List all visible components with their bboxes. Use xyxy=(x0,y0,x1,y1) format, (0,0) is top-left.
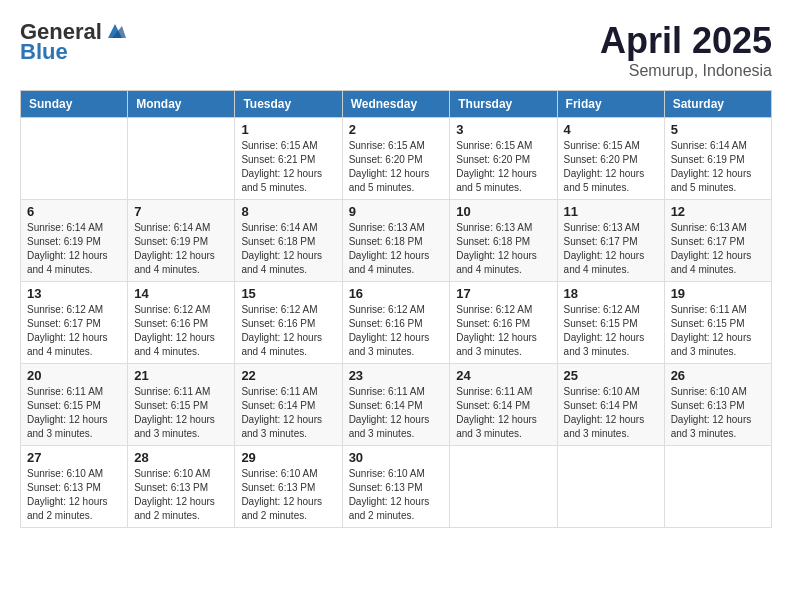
day-number: 23 xyxy=(349,368,444,383)
day-number: 1 xyxy=(241,122,335,137)
calendar-cell xyxy=(21,118,128,200)
calendar-cell xyxy=(664,446,771,528)
day-info: Sunrise: 6:10 AM Sunset: 6:14 PM Dayligh… xyxy=(564,385,658,441)
day-info: Sunrise: 6:10 AM Sunset: 6:13 PM Dayligh… xyxy=(27,467,121,523)
day-number: 30 xyxy=(349,450,444,465)
day-number: 4 xyxy=(564,122,658,137)
day-number: 12 xyxy=(671,204,765,219)
calendar-week-1: 1Sunrise: 6:15 AM Sunset: 6:21 PM Daylig… xyxy=(21,118,772,200)
day-info: Sunrise: 6:10 AM Sunset: 6:13 PM Dayligh… xyxy=(671,385,765,441)
calendar-cell xyxy=(128,118,235,200)
calendar-cell: 21Sunrise: 6:11 AM Sunset: 6:15 PM Dayli… xyxy=(128,364,235,446)
day-info: Sunrise: 6:14 AM Sunset: 6:19 PM Dayligh… xyxy=(27,221,121,277)
column-header-friday: Friday xyxy=(557,91,664,118)
logo: General Blue xyxy=(20,20,126,64)
day-number: 24 xyxy=(456,368,550,383)
column-header-saturday: Saturday xyxy=(664,91,771,118)
calendar-week-4: 20Sunrise: 6:11 AM Sunset: 6:15 PM Dayli… xyxy=(21,364,772,446)
calendar-cell: 25Sunrise: 6:10 AM Sunset: 6:14 PM Dayli… xyxy=(557,364,664,446)
calendar-cell: 23Sunrise: 6:11 AM Sunset: 6:14 PM Dayli… xyxy=(342,364,450,446)
calendar-cell: 15Sunrise: 6:12 AM Sunset: 6:16 PM Dayli… xyxy=(235,282,342,364)
column-header-sunday: Sunday xyxy=(21,91,128,118)
calendar-cell: 24Sunrise: 6:11 AM Sunset: 6:14 PM Dayli… xyxy=(450,364,557,446)
calendar-week-3: 13Sunrise: 6:12 AM Sunset: 6:17 PM Dayli… xyxy=(21,282,772,364)
day-number: 21 xyxy=(134,368,228,383)
day-number: 17 xyxy=(456,286,550,301)
calendar-cell: 28Sunrise: 6:10 AM Sunset: 6:13 PM Dayli… xyxy=(128,446,235,528)
day-info: Sunrise: 6:15 AM Sunset: 6:20 PM Dayligh… xyxy=(456,139,550,195)
day-number: 26 xyxy=(671,368,765,383)
calendar-week-2: 6Sunrise: 6:14 AM Sunset: 6:19 PM Daylig… xyxy=(21,200,772,282)
day-info: Sunrise: 6:14 AM Sunset: 6:19 PM Dayligh… xyxy=(671,139,765,195)
day-number: 6 xyxy=(27,204,121,219)
day-number: 29 xyxy=(241,450,335,465)
calendar-cell: 1Sunrise: 6:15 AM Sunset: 6:21 PM Daylig… xyxy=(235,118,342,200)
calendar-cell: 14Sunrise: 6:12 AM Sunset: 6:16 PM Dayli… xyxy=(128,282,235,364)
day-info: Sunrise: 6:11 AM Sunset: 6:15 PM Dayligh… xyxy=(134,385,228,441)
day-number: 18 xyxy=(564,286,658,301)
day-info: Sunrise: 6:10 AM Sunset: 6:13 PM Dayligh… xyxy=(134,467,228,523)
day-info: Sunrise: 6:11 AM Sunset: 6:14 PM Dayligh… xyxy=(241,385,335,441)
calendar-cell: 30Sunrise: 6:10 AM Sunset: 6:13 PM Dayli… xyxy=(342,446,450,528)
column-header-thursday: Thursday xyxy=(450,91,557,118)
day-number: 7 xyxy=(134,204,228,219)
day-number: 28 xyxy=(134,450,228,465)
day-number: 8 xyxy=(241,204,335,219)
day-info: Sunrise: 6:11 AM Sunset: 6:14 PM Dayligh… xyxy=(349,385,444,441)
day-number: 15 xyxy=(241,286,335,301)
day-info: Sunrise: 6:13 AM Sunset: 6:18 PM Dayligh… xyxy=(456,221,550,277)
location-title: Semurup, Indonesia xyxy=(600,62,772,80)
calendar-cell: 19Sunrise: 6:11 AM Sunset: 6:15 PM Dayli… xyxy=(664,282,771,364)
calendar-cell: 2Sunrise: 6:15 AM Sunset: 6:20 PM Daylig… xyxy=(342,118,450,200)
day-info: Sunrise: 6:14 AM Sunset: 6:18 PM Dayligh… xyxy=(241,221,335,277)
day-number: 9 xyxy=(349,204,444,219)
title-area: April 2025 Semurup, Indonesia xyxy=(600,20,772,80)
day-info: Sunrise: 6:10 AM Sunset: 6:13 PM Dayligh… xyxy=(349,467,444,523)
day-number: 25 xyxy=(564,368,658,383)
calendar-cell: 9Sunrise: 6:13 AM Sunset: 6:18 PM Daylig… xyxy=(342,200,450,282)
column-header-tuesday: Tuesday xyxy=(235,91,342,118)
day-number: 13 xyxy=(27,286,121,301)
day-number: 14 xyxy=(134,286,228,301)
column-header-monday: Monday xyxy=(128,91,235,118)
day-number: 19 xyxy=(671,286,765,301)
calendar-cell: 11Sunrise: 6:13 AM Sunset: 6:17 PM Dayli… xyxy=(557,200,664,282)
calendar-cell: 6Sunrise: 6:14 AM Sunset: 6:19 PM Daylig… xyxy=(21,200,128,282)
calendar-cell: 4Sunrise: 6:15 AM Sunset: 6:20 PM Daylig… xyxy=(557,118,664,200)
day-info: Sunrise: 6:10 AM Sunset: 6:13 PM Dayligh… xyxy=(241,467,335,523)
day-number: 22 xyxy=(241,368,335,383)
day-number: 5 xyxy=(671,122,765,137)
calendar-cell: 3Sunrise: 6:15 AM Sunset: 6:20 PM Daylig… xyxy=(450,118,557,200)
calendar-cell: 16Sunrise: 6:12 AM Sunset: 6:16 PM Dayli… xyxy=(342,282,450,364)
day-info: Sunrise: 6:12 AM Sunset: 6:16 PM Dayligh… xyxy=(134,303,228,359)
calendar-cell: 29Sunrise: 6:10 AM Sunset: 6:13 PM Dayli… xyxy=(235,446,342,528)
day-info: Sunrise: 6:15 AM Sunset: 6:20 PM Dayligh… xyxy=(564,139,658,195)
calendar-header-row: SundayMondayTuesdayWednesdayThursdayFrid… xyxy=(21,91,772,118)
day-number: 3 xyxy=(456,122,550,137)
calendar-week-5: 27Sunrise: 6:10 AM Sunset: 6:13 PM Dayli… xyxy=(21,446,772,528)
day-info: Sunrise: 6:11 AM Sunset: 6:14 PM Dayligh… xyxy=(456,385,550,441)
calendar-cell: 26Sunrise: 6:10 AM Sunset: 6:13 PM Dayli… xyxy=(664,364,771,446)
day-info: Sunrise: 6:12 AM Sunset: 6:16 PM Dayligh… xyxy=(349,303,444,359)
day-info: Sunrise: 6:13 AM Sunset: 6:17 PM Dayligh… xyxy=(564,221,658,277)
day-info: Sunrise: 6:12 AM Sunset: 6:16 PM Dayligh… xyxy=(456,303,550,359)
day-number: 20 xyxy=(27,368,121,383)
calendar-cell: 8Sunrise: 6:14 AM Sunset: 6:18 PM Daylig… xyxy=(235,200,342,282)
day-info: Sunrise: 6:14 AM Sunset: 6:19 PM Dayligh… xyxy=(134,221,228,277)
calendar-cell: 13Sunrise: 6:12 AM Sunset: 6:17 PM Dayli… xyxy=(21,282,128,364)
calendar-cell: 12Sunrise: 6:13 AM Sunset: 6:17 PM Dayli… xyxy=(664,200,771,282)
calendar-body: 1Sunrise: 6:15 AM Sunset: 6:21 PM Daylig… xyxy=(21,118,772,528)
logo-blue-text: Blue xyxy=(20,40,126,64)
day-info: Sunrise: 6:13 AM Sunset: 6:18 PM Dayligh… xyxy=(349,221,444,277)
calendar-cell: 22Sunrise: 6:11 AM Sunset: 6:14 PM Dayli… xyxy=(235,364,342,446)
calendar-cell: 5Sunrise: 6:14 AM Sunset: 6:19 PM Daylig… xyxy=(664,118,771,200)
day-info: Sunrise: 6:12 AM Sunset: 6:17 PM Dayligh… xyxy=(27,303,121,359)
day-info: Sunrise: 6:12 AM Sunset: 6:15 PM Dayligh… xyxy=(564,303,658,359)
day-info: Sunrise: 6:11 AM Sunset: 6:15 PM Dayligh… xyxy=(671,303,765,359)
day-number: 11 xyxy=(564,204,658,219)
day-info: Sunrise: 6:13 AM Sunset: 6:17 PM Dayligh… xyxy=(671,221,765,277)
calendar-table: SundayMondayTuesdayWednesdayThursdayFrid… xyxy=(20,90,772,528)
day-number: 2 xyxy=(349,122,444,137)
day-number: 27 xyxy=(27,450,121,465)
calendar-cell xyxy=(450,446,557,528)
